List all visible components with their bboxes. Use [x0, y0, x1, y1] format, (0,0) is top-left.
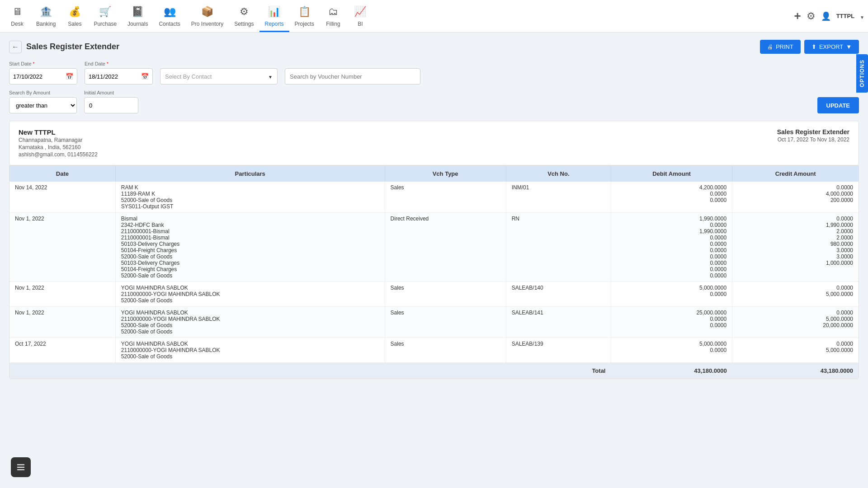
cell-particulars: YOGI MAHINDRA SABLOK2110000000-YOGI MAHI…	[115, 282, 385, 307]
nav-label-bi: BI	[358, 21, 363, 27]
col-header-date: Date	[9, 166, 115, 182]
col-header-particulars: Particulars	[115, 166, 385, 182]
cell-vchno: SALEAB/141	[506, 307, 611, 338]
calendar-icon-start	[66, 73, 73, 80]
cell-vchtype: Sales	[385, 182, 506, 213]
end-date-label: End Date *	[85, 61, 153, 66]
nav-item-proinventory[interactable]: Pro Inventory	[186, 0, 229, 32]
user-icon	[821, 11, 831, 21]
contact-select[interactable]: Select By Contact	[160, 68, 278, 84]
end-date-input[interactable]	[89, 73, 138, 80]
cell-credit: 0.00001,990.00002.00002.0000980.00003.00…	[732, 213, 859, 282]
cell-date: Nov 1, 2022	[9, 307, 115, 338]
print-button[interactable]: PRINT	[760, 40, 801, 54]
projects-icon	[296, 4, 312, 20]
table-footer-row: Total 43,180.0000 43,180.0000	[9, 363, 859, 379]
nav-item-reports[interactable]: Reports	[259, 0, 289, 32]
footer-empty	[9, 363, 506, 379]
cell-vchtype: Sales	[385, 282, 506, 307]
nav-item-banking[interactable]: Banking	[31, 0, 61, 32]
company-dropdown-button[interactable]	[860, 11, 864, 21]
table-row: Oct 17, 2022YOGI MAHINDRA SABLOK21100000…	[9, 338, 859, 363]
export-label: EXPORT	[819, 43, 843, 50]
end-date-input-wrap[interactable]	[85, 68, 153, 84]
cell-debit: 5,000.00000.0000	[611, 338, 732, 363]
col-header-credit: Credit Amount	[732, 166, 859, 182]
cell-vchtype: Sales	[385, 338, 506, 363]
start-date-input[interactable]	[13, 73, 63, 80]
filter-row-2: Search By Amount greater than less than …	[9, 90, 859, 113]
cell-credit: 0.00005,000.000020,000.0000	[732, 307, 859, 338]
start-date-group: Start Date *	[9, 61, 77, 84]
nav-item-filling[interactable]: Filling	[320, 0, 347, 32]
chevron-down-icon	[860, 11, 864, 21]
company-address1: Channapatna, Ramanagar	[19, 137, 98, 143]
cell-credit: 0.00005,000.0000	[732, 338, 859, 363]
company-name: TTTPL	[836, 13, 854, 19]
nav-item-bi[interactable]: BI	[347, 0, 374, 32]
nav-item-contacts[interactable]: Contacts	[153, 0, 185, 32]
bi-icon	[352, 4, 368, 20]
nav-item-sales[interactable]: Sales	[61, 0, 88, 32]
cell-debit: 4,200.00000.00000.0000	[611, 182, 732, 213]
cell-particulars: YOGI MAHINDRA SABLOK2110000000-YOGI MAHI…	[115, 307, 385, 338]
table-row: Nov 1, 2022YOGI MAHINDRA SABLOK211000000…	[9, 282, 859, 307]
journals-icon	[130, 4, 146, 20]
amount-label: Search By Amount	[9, 90, 77, 95]
export-button[interactable]: EXPORT ▼	[804, 40, 859, 54]
end-date-group: End Date *	[85, 61, 153, 84]
cell-date: Nov 1, 2022	[9, 282, 115, 307]
end-date-label-text: End Date	[85, 61, 105, 66]
start-date-label-text: Start Date	[9, 61, 32, 66]
voucher-search-group	[285, 68, 420, 84]
initial-amount-group: Initial Amount	[84, 90, 138, 113]
cell-vchtype: Direct Received	[385, 213, 506, 282]
company-address2: Karnataka , India, 562160	[19, 144, 98, 150]
cell-particulars: YOGI MAHINDRA SABLOK2110000000-YOGI MAHI…	[115, 338, 385, 363]
nav-label-contacts: Contacts	[159, 21, 180, 27]
col-header-vchtype: Vch Type	[385, 166, 506, 182]
end-date-required: *	[107, 61, 108, 66]
sales-register-table: Date Particulars Vch Type Vch No. Debit …	[9, 166, 859, 379]
start-date-input-wrap[interactable]	[9, 68, 77, 84]
header-actions: PRINT EXPORT ▼	[760, 40, 859, 54]
cell-date: Oct 17, 2022	[9, 338, 115, 363]
gear-button[interactable]	[807, 10, 816, 22]
calendar-icon-end	[141, 73, 149, 80]
cell-debit: 1,990.00000.00001,990.00000.00000.00000.…	[611, 213, 732, 282]
contact-placeholder: Select By Contact	[165, 73, 212, 80]
nav-item-settings[interactable]: Settings	[229, 0, 259, 32]
back-icon	[12, 43, 19, 51]
back-button[interactable]	[9, 41, 22, 53]
print-label: PRINT	[776, 43, 793, 50]
add-button[interactable]	[794, 9, 801, 23]
initial-amount-input[interactable]	[84, 97, 138, 113]
nav-item-projects[interactable]: Projects	[289, 0, 320, 32]
proinv-icon	[199, 4, 215, 20]
top-navigation: Desk Banking Sales Purchase Journals Con…	[0, 0, 868, 33]
start-date-required: *	[33, 61, 35, 66]
table-row: Nov 1, 2022YOGI MAHINDRA SABLOK211000000…	[9, 307, 859, 338]
banking-icon	[38, 4, 54, 20]
options-tab[interactable]: OPTIONS	[856, 54, 868, 93]
nav-item-purchase[interactable]: Purchase	[88, 0, 122, 32]
cell-vchno: INM/01	[506, 182, 611, 213]
voucher-search-input[interactable]	[285, 68, 420, 84]
sales-icon	[66, 4, 83, 20]
nav-label-journals: Journals	[127, 21, 148, 27]
cell-vchno: RN	[506, 213, 611, 282]
data-table-wrap: Date Particulars Vch Type Vch No. Debit …	[9, 165, 859, 379]
purchase-icon	[97, 4, 113, 20]
col-header-debit: Debit Amount	[611, 166, 732, 182]
initial-amount-label: Initial Amount	[84, 90, 138, 95]
update-button[interactable]: UPDATE	[817, 97, 859, 113]
cell-date: Nov 1, 2022	[9, 213, 115, 282]
user-button[interactable]	[821, 11, 831, 21]
amount-select[interactable]: greater than less than equal to	[9, 97, 77, 113]
update-label: UPDATE	[826, 102, 850, 109]
nav-item-desk[interactable]: Desk	[4, 0, 31, 32]
cell-particulars: RAM K11189-RAM K52000-Sale of GoodsSYS01…	[115, 182, 385, 213]
nav-label-purchase: Purchase	[94, 21, 117, 27]
nav-item-journals[interactable]: Journals	[122, 0, 153, 32]
export-icon	[811, 43, 816, 50]
